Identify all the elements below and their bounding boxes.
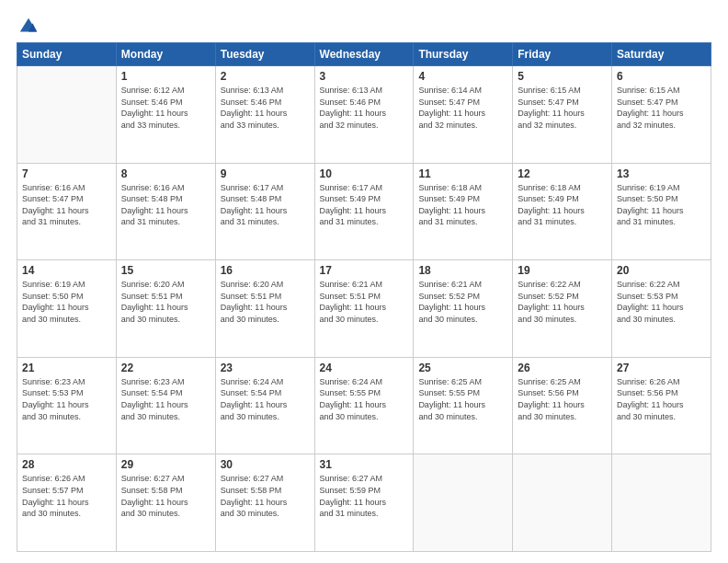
day-number: 30 xyxy=(221,458,310,471)
day-number: 28 xyxy=(22,458,111,471)
day-info: Sunrise: 6:25 AM Sunset: 5:55 PM Dayligh… xyxy=(418,376,507,422)
day-number: 3 xyxy=(320,70,409,83)
day-info: Sunrise: 6:24 AM Sunset: 5:55 PM Dayligh… xyxy=(320,376,409,422)
day-number: 29 xyxy=(121,458,210,471)
calendar-cell: 2Sunrise: 6:13 AM Sunset: 5:46 PM Daylig… xyxy=(215,66,314,164)
logo-icon xyxy=(18,17,39,37)
day-info: Sunrise: 6:27 AM Sunset: 5:58 PM Dayligh… xyxy=(121,473,210,519)
calendar-cell: 4Sunrise: 6:14 AM Sunset: 5:47 PM Daylig… xyxy=(414,66,513,164)
day-number: 17 xyxy=(320,264,409,277)
day-number: 7 xyxy=(22,167,111,180)
day-number: 25 xyxy=(418,362,507,374)
calendar-cell: 6Sunrise: 6:15 AM Sunset: 5:47 PM Daylig… xyxy=(612,66,711,164)
day-number: 31 xyxy=(320,458,409,471)
calendar-cell: 22Sunrise: 6:23 AM Sunset: 5:54 PM Dayli… xyxy=(116,357,215,454)
day-info: Sunrise: 6:14 AM Sunset: 5:47 PM Dayligh… xyxy=(418,85,507,131)
day-info: Sunrise: 6:26 AM Sunset: 5:57 PM Dayligh… xyxy=(22,473,111,519)
day-info: Sunrise: 6:17 AM Sunset: 5:48 PM Dayligh… xyxy=(221,182,310,228)
day-number: 5 xyxy=(518,70,607,83)
day-info: Sunrise: 6:15 AM Sunset: 5:47 PM Dayligh… xyxy=(617,85,706,131)
day-info: Sunrise: 6:15 AM Sunset: 5:47 PM Dayligh… xyxy=(518,85,607,131)
weekday-header: Saturday xyxy=(612,43,711,66)
calendar-cell xyxy=(513,454,612,552)
day-info: Sunrise: 6:22 AM Sunset: 5:52 PM Dayligh… xyxy=(518,279,607,325)
day-number: 2 xyxy=(221,70,310,83)
day-number: 14 xyxy=(22,264,111,277)
day-info: Sunrise: 6:18 AM Sunset: 5:49 PM Dayligh… xyxy=(518,182,607,228)
day-info: Sunrise: 6:23 AM Sunset: 5:54 PM Dayligh… xyxy=(121,376,210,422)
day-number: 1 xyxy=(121,70,210,83)
calendar-cell: 11Sunrise: 6:18 AM Sunset: 5:49 PM Dayli… xyxy=(414,163,513,260)
day-info: Sunrise: 6:18 AM Sunset: 5:49 PM Dayligh… xyxy=(418,182,507,228)
calendar-cell: 29Sunrise: 6:27 AM Sunset: 5:58 PM Dayli… xyxy=(116,454,215,552)
day-info: Sunrise: 6:21 AM Sunset: 5:51 PM Dayligh… xyxy=(320,279,409,325)
day-number: 21 xyxy=(22,362,111,374)
calendar-cell: 15Sunrise: 6:20 AM Sunset: 5:51 PM Dayli… xyxy=(116,260,215,358)
page: SundayMondayTuesdayWednesdayThursdayFrid… xyxy=(0,0,728,563)
calendar-cell: 28Sunrise: 6:26 AM Sunset: 5:57 PM Dayli… xyxy=(17,454,117,552)
day-number: 4 xyxy=(418,70,507,83)
weekday-header: Monday xyxy=(116,43,215,66)
day-info: Sunrise: 6:26 AM Sunset: 5:56 PM Dayligh… xyxy=(617,376,706,422)
calendar-cell: 27Sunrise: 6:26 AM Sunset: 5:56 PM Dayli… xyxy=(612,357,711,454)
day-info: Sunrise: 6:19 AM Sunset: 5:50 PM Dayligh… xyxy=(22,279,111,325)
calendar-cell: 5Sunrise: 6:15 AM Sunset: 5:47 PM Daylig… xyxy=(513,66,612,164)
day-info: Sunrise: 6:21 AM Sunset: 5:52 PM Dayligh… xyxy=(418,279,507,325)
day-number: 13 xyxy=(617,167,706,180)
calendar-cell: 19Sunrise: 6:22 AM Sunset: 5:52 PM Dayli… xyxy=(513,260,612,358)
day-number: 11 xyxy=(418,167,507,180)
calendar-cell: 9Sunrise: 6:17 AM Sunset: 5:48 PM Daylig… xyxy=(215,163,314,260)
calendar-cell: 13Sunrise: 6:19 AM Sunset: 5:50 PM Dayli… xyxy=(612,163,711,260)
calendar-cell xyxy=(414,454,513,552)
day-info: Sunrise: 6:25 AM Sunset: 5:56 PM Dayligh… xyxy=(518,376,607,422)
calendar-cell: 14Sunrise: 6:19 AM Sunset: 5:50 PM Dayli… xyxy=(17,260,117,358)
calendar-cell: 30Sunrise: 6:27 AM Sunset: 5:58 PM Dayli… xyxy=(215,454,314,552)
weekday-header: Sunday xyxy=(17,43,117,66)
calendar-cell: 23Sunrise: 6:24 AM Sunset: 5:54 PM Dayli… xyxy=(215,357,314,454)
day-number: 9 xyxy=(221,167,310,180)
day-number: 15 xyxy=(121,264,210,277)
calendar-cell: 25Sunrise: 6:25 AM Sunset: 5:55 PM Dayli… xyxy=(414,357,513,454)
day-info: Sunrise: 6:12 AM Sunset: 5:46 PM Dayligh… xyxy=(121,85,210,131)
day-number: 19 xyxy=(518,264,607,277)
calendar-cell: 8Sunrise: 6:16 AM Sunset: 5:48 PM Daylig… xyxy=(116,163,215,260)
calendar-cell: 1Sunrise: 6:12 AM Sunset: 5:46 PM Daylig… xyxy=(116,66,215,164)
calendar-cell xyxy=(612,454,711,552)
calendar-cell: 21Sunrise: 6:23 AM Sunset: 5:53 PM Dayli… xyxy=(17,357,117,454)
day-number: 12 xyxy=(518,167,607,180)
calendar-cell: 10Sunrise: 6:17 AM Sunset: 5:49 PM Dayli… xyxy=(314,163,414,260)
day-number: 10 xyxy=(320,167,409,180)
day-info: Sunrise: 6:27 AM Sunset: 5:58 PM Dayligh… xyxy=(221,473,310,519)
calendar: SundayMondayTuesdayWednesdayThursdayFrid… xyxy=(17,42,711,552)
day-info: Sunrise: 6:20 AM Sunset: 5:51 PM Dayligh… xyxy=(221,279,310,325)
day-number: 26 xyxy=(518,362,607,374)
calendar-cell: 24Sunrise: 6:24 AM Sunset: 5:55 PM Dayli… xyxy=(314,357,414,454)
calendar-cell: 17Sunrise: 6:21 AM Sunset: 5:51 PM Dayli… xyxy=(314,260,414,358)
day-number: 24 xyxy=(320,362,409,374)
calendar-cell: 26Sunrise: 6:25 AM Sunset: 5:56 PM Dayli… xyxy=(513,357,612,454)
day-info: Sunrise: 6:19 AM Sunset: 5:50 PM Dayligh… xyxy=(617,182,706,228)
day-number: 22 xyxy=(121,362,210,374)
day-info: Sunrise: 6:20 AM Sunset: 5:51 PM Dayligh… xyxy=(121,279,210,325)
calendar-cell: 3Sunrise: 6:13 AM Sunset: 5:46 PM Daylig… xyxy=(314,66,414,164)
day-info: Sunrise: 6:17 AM Sunset: 5:49 PM Dayligh… xyxy=(320,182,409,228)
calendar-cell: 12Sunrise: 6:18 AM Sunset: 5:49 PM Dayli… xyxy=(513,163,612,260)
day-info: Sunrise: 6:13 AM Sunset: 5:46 PM Dayligh… xyxy=(221,85,310,131)
day-number: 6 xyxy=(617,70,706,83)
day-number: 27 xyxy=(617,362,706,374)
day-info: Sunrise: 6:24 AM Sunset: 5:54 PM Dayligh… xyxy=(221,376,310,422)
day-info: Sunrise: 6:22 AM Sunset: 5:53 PM Dayligh… xyxy=(617,279,706,325)
day-number: 18 xyxy=(418,264,507,277)
day-info: Sunrise: 6:16 AM Sunset: 5:48 PM Dayligh… xyxy=(121,182,210,228)
weekday-header: Thursday xyxy=(414,43,513,66)
day-info: Sunrise: 6:23 AM Sunset: 5:53 PM Dayligh… xyxy=(22,376,111,422)
day-number: 23 xyxy=(221,362,310,374)
calendar-cell xyxy=(17,66,117,164)
logo xyxy=(17,17,39,33)
day-number: 20 xyxy=(617,264,706,277)
day-number: 8 xyxy=(121,167,210,180)
calendar-cell: 31Sunrise: 6:27 AM Sunset: 5:59 PM Dayli… xyxy=(314,454,414,552)
weekday-header: Tuesday xyxy=(215,43,314,66)
day-info: Sunrise: 6:13 AM Sunset: 5:46 PM Dayligh… xyxy=(320,85,409,131)
calendar-cell: 18Sunrise: 6:21 AM Sunset: 5:52 PM Dayli… xyxy=(414,260,513,358)
